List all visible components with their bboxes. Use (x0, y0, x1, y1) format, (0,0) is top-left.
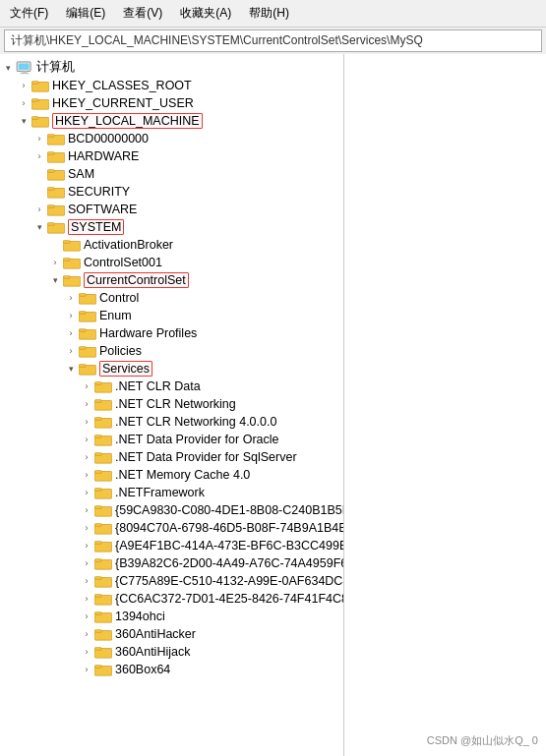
tree-node-box64[interactable]: › 360Box64 (0, 661, 343, 678)
folder-icon (94, 521, 112, 535)
folder-icon (47, 220, 65, 234)
expander-icon[interactable]: › (31, 148, 47, 164)
menu-file[interactable]: 文件(F) (6, 3, 52, 24)
tree-node-netdatasql[interactable]: › .NET Data Provider for SqlServer (0, 448, 343, 466)
folder-icon (94, 468, 112, 482)
tree-node-guid2[interactable]: › {8094C70A-6798-46D5-B08F-74B9A1B4B754} (0, 519, 343, 537)
expander-icon[interactable]: › (79, 573, 94, 589)
expander-icon[interactable]: ▾ (47, 272, 63, 288)
tree-node-hkcu[interactable]: › HKEY_CURRENT_USER (0, 94, 343, 112)
folder-icon (94, 503, 112, 517)
expander-icon[interactable]: › (63, 343, 79, 359)
tree-node-netclrnet[interactable]: › .NET CLR Networking (0, 395, 343, 413)
tree-node-netdataoracle[interactable]: › .NET Data Provider for Oracle (0, 431, 343, 448)
folder-icon (94, 539, 112, 552)
tree-node-antihacker[interactable]: › 360AntiHacker (0, 625, 343, 643)
expander-icon[interactable]: ▾ (0, 60, 16, 76)
expander-icon[interactable]: › (79, 378, 94, 394)
tree-node-activationbroker[interactable]: ActivationBroker (0, 236, 343, 254)
node-label: {8094C70A-6798-46D5-B08F-74B9A1B4B754} (115, 521, 344, 535)
node-label: 360AntiHijack (115, 645, 190, 659)
tree-node-guid6[interactable]: › {CC6AC372-7D01-4E25-8426-74F41F4C8483} (0, 590, 343, 608)
tree-node-guid5[interactable]: › {C775A89E-C510-4132-A99E-0AF634DC40D0} (0, 572, 343, 590)
tree-node-guid1[interactable]: › {59CA9830-C080-4DE1-8B08-C240B1B5E855} (0, 501, 343, 519)
tree-panel[interactable]: ▾ 计算机› HKEY_CLASSES_ROOT› HKEY_CURRENT_U… (0, 54, 344, 756)
node-label: {59CA9830-C080-4DE1-8B08-C240B1B5E855} (115, 503, 344, 517)
expander-icon[interactable]: › (79, 520, 94, 536)
tree-node-netframework[interactable]: › .NETFramework (0, 484, 343, 501)
tree-node-guid3[interactable]: › {A9E4F1BC-414A-473E-BF6C-B3CC499E7B7E} (0, 537, 343, 554)
expander-icon[interactable]: › (16, 78, 31, 93)
node-label: .NET Data Provider for Oracle (115, 433, 279, 446)
tree-node-netclrdata[interactable]: › .NET CLR Data (0, 378, 343, 395)
expander-icon[interactable]: ▾ (16, 113, 31, 129)
tree-node-n1394ohci[interactable]: › 1394ohci (0, 608, 343, 625)
svg-rect-55 (94, 524, 101, 527)
tree-node-hkcr[interactable]: › HKEY_CLASSES_ROOT (0, 77, 343, 94)
tree-node-controlset001[interactable]: › ControlSet001 (0, 254, 343, 271)
expander-icon[interactable]: › (79, 467, 94, 483)
tree-node-computer[interactable]: ▾ 计算机 (0, 58, 343, 77)
folder-icon (94, 433, 112, 446)
tree-node-control[interactable]: › Control (0, 289, 343, 307)
tree-node-services[interactable]: ▾ Services (0, 360, 343, 378)
tree-node-hklm[interactable]: ▾ HKEY_LOCAL_MACHINE (0, 112, 343, 130)
expander-icon[interactable]: › (79, 449, 94, 465)
node-label: HKEY_LOCAL_MACHINE (55, 114, 200, 128)
expander-icon[interactable]: › (79, 662, 94, 677)
expander-icon[interactable]: › (47, 255, 63, 270)
tree-node-netmemcache[interactable]: › .NET Memory Cache 4.0 (0, 466, 343, 484)
svg-rect-27 (63, 276, 70, 279)
expander-icon[interactable]: › (79, 591, 94, 607)
expander-icon[interactable]: ▾ (31, 219, 47, 235)
expander-icon[interactable]: › (79, 626, 94, 642)
tree-node-software[interactable]: › SOFTWARE (0, 201, 343, 218)
expander-icon[interactable]: › (79, 502, 94, 518)
node-label: Services (102, 362, 150, 376)
tree-node-currentcontrolset[interactable]: ▾ CurrentControlSet (0, 271, 343, 289)
tree-node-enum[interactable]: › Enum (0, 307, 343, 324)
tree-node-sam[interactable]: SAM (0, 165, 343, 183)
expander-icon[interactable] (31, 184, 47, 200)
expander-icon[interactable]: › (79, 485, 94, 500)
tree-node-guid4[interactable]: › {B39A82C6-2D00-4A49-A76C-74A4959F6770} (0, 554, 343, 572)
tree-node-security[interactable]: SECURITY (0, 183, 343, 201)
menu-view[interactable]: 查看(V) (119, 3, 166, 24)
expander-icon[interactable]: › (79, 644, 94, 660)
expander-icon[interactable]: › (79, 432, 94, 447)
expander-icon[interactable]: › (79, 609, 94, 624)
tree-node-netclrnet400[interactable]: › .NET CLR Networking 4.0.0.0 (0, 413, 343, 431)
expander-icon[interactable]: › (63, 308, 79, 323)
node-label: Control (99, 291, 139, 305)
expander-icon[interactable]: › (79, 538, 94, 553)
tree-node-bcd[interactable]: › BCD00000000 (0, 130, 343, 147)
expander-icon[interactable]: › (79, 396, 94, 412)
menu-bar: 文件(F) 编辑(E) 查看(V) 收藏夹(A) 帮助(H) (0, 0, 546, 28)
expander-icon[interactable]: › (79, 414, 94, 430)
folder-icon (63, 256, 81, 269)
expander-icon[interactable]: › (31, 131, 47, 146)
expander-icon[interactable]: › (31, 202, 47, 217)
expander-icon[interactable]: › (16, 95, 31, 111)
svg-rect-39 (94, 382, 101, 385)
tree-node-policies[interactable]: › Policies (0, 342, 343, 360)
menu-edit[interactable]: 编辑(E) (62, 3, 109, 24)
expander-icon[interactable] (31, 166, 47, 182)
tree-node-hardware[interactable]: › HARDWARE (0, 147, 343, 165)
expander-icon[interactable]: › (63, 290, 79, 306)
svg-rect-69 (94, 648, 101, 651)
tree-node-antihijack[interactable]: › 360AntiHijack (0, 643, 343, 661)
expander-icon[interactable]: ▾ (63, 361, 79, 377)
address-bar[interactable]: 计算机\HKEY_LOCAL_MACHINE\SYSTEM\CurrentCon… (4, 29, 542, 52)
menu-favorites[interactable]: 收藏夹(A) (176, 3, 235, 24)
svg-rect-2 (22, 71, 27, 73)
tree-node-hwprofiles[interactable]: › Hardware Profiles (0, 324, 343, 342)
menu-help[interactable]: 帮助(H) (245, 3, 293, 24)
node-label: {B39A82C6-2D00-4A49-A76C-74A4959F6770} (115, 556, 344, 570)
computer-icon (16, 61, 33, 75)
expander-icon[interactable]: › (79, 555, 94, 571)
svg-rect-61 (94, 577, 101, 580)
expander-icon[interactable] (47, 237, 63, 253)
expander-icon[interactable]: › (63, 325, 79, 341)
tree-node-system[interactable]: ▾ SYSTEM (0, 218, 343, 236)
